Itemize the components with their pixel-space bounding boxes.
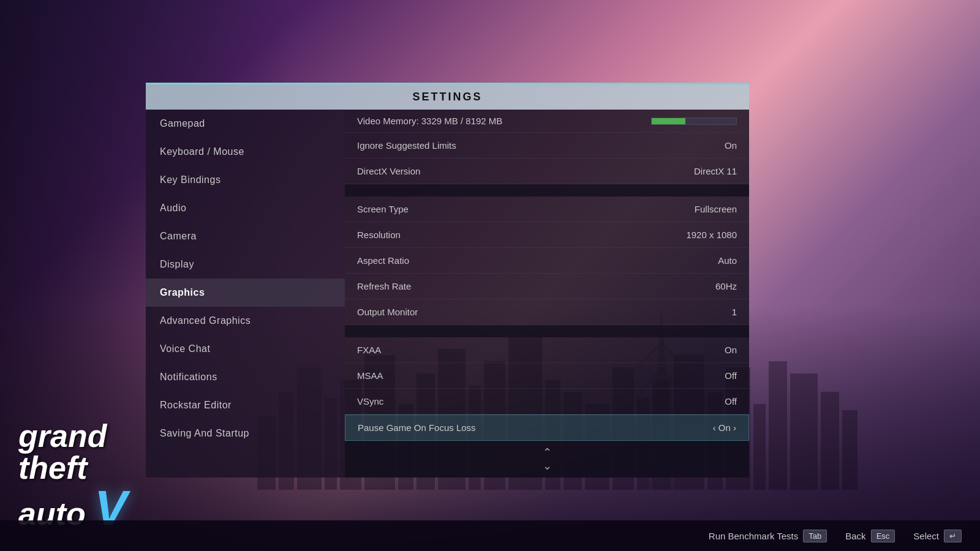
row-value-msaa: Off (725, 370, 737, 381)
nav-item-camera[interactable]: Camera (146, 222, 345, 250)
row-label-fxaa: FXAA (357, 345, 381, 355)
memory-bar (651, 118, 737, 125)
nav-item-gamepad[interactable]: Gamepad (146, 110, 345, 138)
select-key: ↵ (944, 530, 962, 542)
svg-rect-25 (821, 392, 839, 490)
settings-row-resolution: Resolution1920 x 1080 (345, 222, 749, 248)
settings-row-aspect-ratio: Aspect RatioAuto (345, 248, 749, 274)
settings-row-vsync: VSyncOff (345, 389, 749, 414)
nav-item-rockstar-editor[interactable]: Rockstar Editor (146, 391, 345, 419)
settings-row-pause-focus[interactable]: Pause Game On Focus Loss‹ On › (345, 414, 749, 441)
gta-logo: grand theft auto V (18, 420, 127, 533)
row-label-pause-focus: Pause Game On Focus Loss (358, 422, 476, 433)
row-label-msaa: MSAA (357, 370, 383, 381)
memory-row: Video Memory: 3329 MB / 8192 MB (345, 110, 749, 133)
row-value-refresh-rate: 60Hz (715, 281, 737, 291)
nav-item-audio[interactable]: Audio (146, 194, 345, 222)
gta-logo-line2: theft (18, 452, 127, 484)
back-key: Esc (871, 530, 895, 542)
settings-row-output-monitor: Output Monitor1 (345, 299, 749, 325)
row-label-ignore-limits: Ignore Suggested Limits (357, 140, 456, 151)
svg-rect-22 (753, 404, 766, 490)
scroll-arrows[interactable]: ⌃⌄ (345, 441, 749, 478)
memory-label: Video Memory: 3329 MB / 8192 MB (357, 116, 502, 126)
svg-rect-23 (769, 361, 787, 490)
back-label: Back (845, 531, 865, 541)
settings-row-directx-version: DirectX VersionDirectX 11 (345, 159, 749, 184)
nav-item-voice-chat[interactable]: Voice Chat (146, 335, 345, 363)
select-action[interactable]: Select ↵ (913, 530, 962, 542)
row-label-vsync: VSync (357, 396, 383, 407)
svg-rect-24 (790, 373, 818, 490)
run-benchmark-action[interactable]: Run Benchmark Tests Tab (709, 530, 827, 542)
settings-title: SETTINGS (146, 83, 749, 110)
nav-item-advanced-graphics[interactable]: Advanced Graphics (146, 307, 345, 335)
row-label-directx-version: DirectX Version (357, 166, 420, 176)
settings-body: GamepadKeyboard / MouseKey BindingsAudio… (146, 110, 749, 478)
gta-logo-line1: grand (18, 420, 127, 452)
row-value-ignore-limits: On (725, 140, 737, 151)
nav-item-graphics[interactable]: Graphics (146, 279, 345, 307)
memory-fill (652, 118, 685, 124)
row-label-refresh-rate: Refresh Rate (357, 281, 411, 291)
row-value-directx-version: DirectX 11 (694, 166, 737, 176)
row-value-screen-type: Fullscreen (695, 204, 737, 214)
row-value-fxaa: On (725, 345, 737, 355)
nav-item-keyboard-mouse[interactable]: Keyboard / Mouse (146, 138, 345, 166)
nav-item-saving-startup[interactable]: Saving And Startup (146, 419, 345, 448)
select-label: Select (913, 531, 939, 541)
row-value-output-monitor: 1 (732, 307, 737, 317)
row-value-aspect-ratio: Auto (718, 255, 737, 266)
row-label-output-monitor: Output Monitor (357, 307, 418, 317)
row-label-aspect-ratio: Aspect Ratio (357, 255, 409, 266)
row-value-pause-focus: ‹ On › (713, 422, 736, 433)
row-value-resolution: 1920 x 1080 (686, 230, 737, 240)
settings-panel: SETTINGS GamepadKeyboard / MouseKey Bind… (146, 83, 749, 478)
nav-item-key-bindings[interactable]: Key Bindings (146, 166, 345, 194)
row-value-vsync: Off (725, 396, 737, 407)
settings-row-ignore-limits: Ignore Suggested LimitsOn (345, 133, 749, 159)
separator-sep2 (345, 325, 749, 337)
svg-rect-26 (842, 410, 858, 490)
settings-row-screen-type: Screen TypeFullscreen (345, 197, 749, 222)
bottom-bar: Run Benchmark Tests Tab Back Esc Select … (0, 520, 980, 551)
nav-item-notifications[interactable]: Notifications (146, 363, 345, 391)
run-benchmark-label: Run Benchmark Tests (709, 531, 798, 541)
row-label-screen-type: Screen Type (357, 204, 409, 214)
settings-row-msaa: MSAAOff (345, 363, 749, 389)
nav-item-display[interactable]: Display (146, 250, 345, 279)
back-action[interactable]: Back Esc (845, 530, 895, 542)
settings-row-refresh-rate: Refresh Rate60Hz (345, 274, 749, 299)
row-label-resolution: Resolution (357, 230, 401, 240)
run-benchmark-key: Tab (803, 530, 827, 542)
settings-nav: GamepadKeyboard / MouseKey BindingsAudio… (146, 110, 345, 478)
scroll-up-icon[interactable]: ⌃ (543, 446, 552, 459)
settings-row-fxaa: FXAAOn (345, 337, 749, 363)
scroll-down-icon[interactable]: ⌄ (543, 459, 552, 473)
settings-content: Video Memory: 3329 MB / 8192 MB Ignore S… (345, 110, 749, 478)
separator-sep1 (345, 184, 749, 197)
